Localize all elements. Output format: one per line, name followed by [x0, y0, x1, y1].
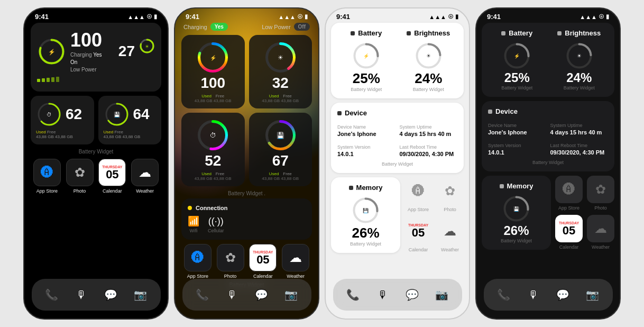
p4-weather[interactable]: ☁ Weather: [587, 215, 614, 250]
dock-mic-2[interactable]: 🎙: [220, 283, 244, 306]
svg-rect-7: [42, 78, 45, 82]
svg-text:⚡: ⚡: [48, 48, 56, 56]
p4-reboot: Last Reboot Time 09/30/2020, 4:30 PM: [550, 140, 609, 156]
svg-rect-6: [37, 79, 40, 82]
dock-camera-3[interactable]: 📷: [430, 283, 454, 306]
weather-label: Weather: [136, 188, 154, 194]
dock-mic-3[interactable]: 🎙: [371, 283, 394, 306]
batt-dot-4: [501, 31, 505, 35]
p2-cpu-widget: ⏱ 52 UsedFree 43,88 GB 43,88 GB: [181, 113, 245, 186]
status-icons-3: ▲▲▲ ⦾ ▮: [429, 13, 458, 20]
svg-text:⚡: ⚡: [363, 53, 370, 59]
p1-apps: 🅐 App Store ✿ Photo THURSDAY 05 Calendar: [31, 159, 161, 194]
p3-weather[interactable]: ☁ Weather: [436, 217, 464, 253]
dock-mic-1[interactable]: 🎙: [70, 283, 93, 306]
p3-bright-pct: 24%: [415, 70, 442, 87]
wifi-signal-icon: 📶: [188, 215, 199, 227]
calendar-label-4: Calendar: [559, 244, 579, 250]
p4-calendar[interactable]: THURSDAY 05 Calendar: [555, 215, 583, 250]
wifi-icon-2: ⦾: [298, 13, 302, 20]
svg-text:☀: ☀: [278, 54, 283, 61]
lowpower-pill[interactable]: Off: [294, 23, 310, 31]
dock-phone-3[interactable]: 📞: [342, 283, 365, 306]
p4-mem-pct: 26%: [503, 223, 529, 238]
p2-battery-widget: ⚡ 100 UsedFree 43,88 GB 43,88 GB: [181, 35, 245, 108]
svg-rect-8: [47, 78, 50, 82]
p1-photo[interactable]: ✿ Photo: [66, 159, 94, 194]
p2-cellular: ((·)) Cellular: [208, 216, 224, 233]
p4-device-name: Device Name Jone's Iphone: [488, 120, 546, 135]
p1-app-store[interactable]: 🅐 App Store: [33, 159, 61, 194]
p1-widget-mem: 💾 64 Used Free 43,88 GB 43,88 GB: [98, 96, 162, 144]
p4-bright-stat: Brightness ☀ 24% Battery Widget: [550, 29, 609, 90]
time-2: 9:41: [186, 13, 199, 21]
p1-bottom-row: ⏱ 62 Used Free 43,88 GB 43,88 GB: [31, 96, 161, 144]
p2-batt-info: UsedFree: [201, 94, 224, 98]
p1-battery-widget: ⚡ 100 Charging Yes OnLow Power 27 ☀: [31, 23, 161, 92]
p2-conn-icons: 📶 Wifi ((·)) Cellular: [188, 215, 306, 233]
dock-message-3[interactable]: 💬: [401, 283, 424, 306]
p2-calendar[interactable]: THURSDAY 05 Calendar: [249, 244, 277, 279]
photo-icon-3: ✿: [436, 177, 464, 205]
dock-mic-4[interactable]: 🎙: [522, 283, 545, 306]
p2-cpu-info: UsedFree: [201, 171, 224, 176]
weather-icon-4: ☁: [587, 215, 614, 242]
app-store-label: App Store: [36, 188, 58, 194]
weather-label-4: Weather: [592, 244, 610, 250]
status-bar-1: 9:41 ▲▲▲ ⦾ ▮: [24, 8, 168, 23]
dock-camera-1[interactable]: 📷: [129, 283, 152, 306]
p3-memory-card: Memory 💾 26% Battery Widget: [331, 177, 400, 253]
p1-storage1: Used Free 43,88 GB 43,88 GB: [36, 130, 89, 139]
p4-bright-gauge: ☀: [565, 41, 594, 70]
p1-mem-gauge: 💾: [104, 101, 130, 128]
p4-photo[interactable]: ✿ Photo: [587, 176, 614, 211]
dock-phone-1[interactable]: 📞: [40, 283, 63, 306]
dock-message-2[interactable]: 💬: [250, 283, 273, 306]
p4-bright-label: Battery Widget: [564, 85, 595, 90]
p3-batt-gauge: ⚡: [352, 41, 381, 70]
phone4-main: Battery ⚡ 25% Battery Widget: [476, 23, 620, 250]
charging-pill[interactable]: Yes: [210, 23, 228, 31]
p1-battery-gauge: ⚡: [37, 37, 66, 66]
p4-device-widget-label: Battery Widget: [488, 160, 608, 165]
app-store-icon-3: 🅐: [404, 177, 432, 205]
photo-icon: ✿: [66, 159, 94, 186]
p4-mem-label: Battery Widget: [501, 238, 532, 243]
p4-batt-gauge: ⚡: [502, 41, 531, 70]
p2-weather[interactable]: ☁ Weather: [282, 244, 309, 279]
status-icons-2: ▲▲▲ ⦾ ▮: [278, 13, 308, 20]
dock-phone-4[interactable]: 📞: [492, 283, 516, 306]
calendar-icon-4: THURSDAY 05: [555, 215, 583, 242]
svg-text:⚡: ⚡: [514, 53, 520, 59]
lowpower-label: Low Power: [262, 24, 290, 30]
phone-3: 9:41 ▲▲▲ ⦾ ▮ Battery: [325, 7, 470, 320]
p1-cpu-gauge: ⏱: [36, 101, 62, 128]
p2-cpu-num: 52: [205, 152, 221, 169]
p2-toggle-row: Charging Yes Low Power Off: [181, 23, 312, 31]
photo-label: Photo: [73, 188, 86, 194]
dock-message-4[interactable]: 💬: [551, 283, 575, 306]
p3-battery-stat: Battery ⚡ 25% Battery Widget: [337, 29, 395, 92]
p3-app-store[interactable]: 🅐 App Store: [404, 177, 432, 213]
dock-camera-4[interactable]: 📷: [581, 283, 604, 306]
dock-phone-2[interactable]: 📞: [191, 283, 214, 306]
p2-apps: 🅐 App Store ✿ Photo THURSDAY 05 Calendar: [181, 244, 312, 279]
p2-app-store[interactable]: 🅐 App Store: [184, 244, 211, 279]
p4-app-store[interactable]: 🅐 App Store: [555, 176, 583, 211]
photo-label-4: Photo: [594, 205, 607, 211]
p1-temp: 27: [118, 43, 135, 60]
p1-weather[interactable]: ☁ Weather: [131, 159, 159, 194]
p2-photo[interactable]: ✿ Photo: [217, 244, 244, 279]
p3-calendar[interactable]: THURSDAY 05 Calendar: [404, 217, 432, 253]
p4-memory-card: Memory 💾 26% Battery Widget: [482, 176, 551, 250]
svg-rect-9: [51, 77, 54, 82]
p3-photo[interactable]: ✿ Photo: [436, 177, 464, 213]
p2-bright-num: 32: [272, 75, 289, 92]
dock-camera-2[interactable]: 📷: [280, 283, 303, 306]
dock-message-1[interactable]: 💬: [99, 283, 123, 306]
svg-text:💾: 💾: [114, 111, 121, 118]
device-dot-4: [488, 110, 492, 114]
p3-dual-stat: Battery ⚡ 25% Battery Widget: [337, 29, 457, 92]
photo-label-3: Photo: [444, 207, 456, 212]
p1-calendar[interactable]: THURSDAY 05 Calendar: [98, 159, 126, 194]
